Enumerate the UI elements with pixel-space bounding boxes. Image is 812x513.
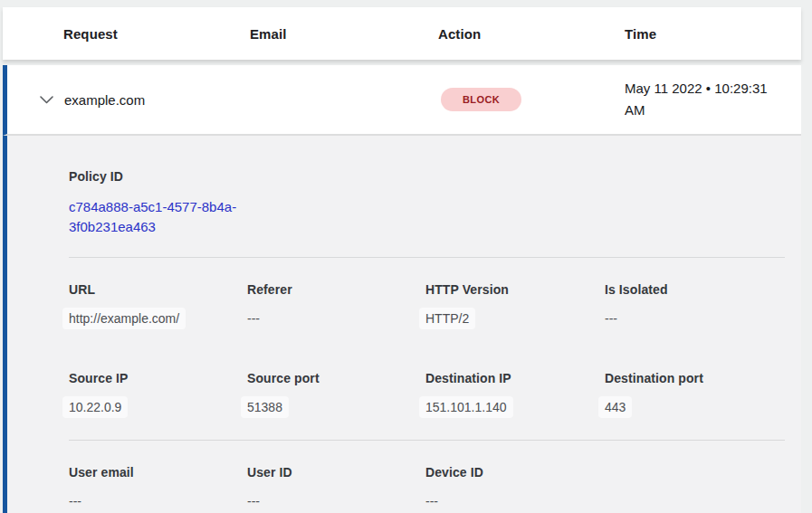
detail-field-row: URLhttp://example.com/Referer---HTTP Ver… bbox=[7, 258, 801, 329]
detail-field-value: 51388 bbox=[241, 396, 289, 418]
policy-id-field: Policy ID c784a888-a5c1-4577-8b4a-3f0b23… bbox=[7, 169, 801, 237]
detail-field-row: User email---User ID---Device ID--- bbox=[7, 441, 801, 509]
detail-group-http-network: URLhttp://example.com/Referer---HTTP Ver… bbox=[7, 258, 801, 418]
detail-field-label: Destination IP bbox=[425, 371, 605, 385]
gateway-logs-table: Request Email Action Time example.com BL… bbox=[3, 7, 801, 513]
detail-field-value: http://example.com/ bbox=[62, 308, 186, 329]
detail-field: Source IP10.22.0.9 bbox=[69, 371, 247, 418]
request-value: example.com bbox=[64, 92, 250, 108]
detail-field: Is Isolated--- bbox=[605, 282, 801, 327]
detail-field: Destination IP151.101.1.140 bbox=[425, 371, 605, 418]
table-header: Request Email Action Time bbox=[3, 7, 801, 60]
detail-field-label: Destination port bbox=[605, 371, 801, 385]
detail-field-label: Source IP bbox=[69, 371, 247, 385]
column-header-action: Action bbox=[438, 26, 625, 42]
detail-field-label: URL bbox=[69, 282, 247, 297]
chevron-down-icon[interactable] bbox=[39, 92, 53, 107]
detail-field-label: User ID bbox=[247, 465, 425, 480]
detail-field-label: Device ID bbox=[425, 465, 605, 480]
detail-field-label: Source port bbox=[247, 371, 425, 385]
detail-field-label: Is Isolated bbox=[605, 282, 801, 297]
row-details-panel: Policy ID c784a888-a5c1-4577-8b4a-3f0b23… bbox=[3, 136, 801, 513]
detail-field: User email--- bbox=[69, 465, 247, 509]
detail-field: Referer--- bbox=[247, 282, 425, 327]
policy-id-label: Policy ID bbox=[69, 169, 801, 184]
detail-field: URLhttp://example.com/ bbox=[69, 282, 247, 329]
detail-field-label: Referer bbox=[247, 282, 425, 297]
detail-field-value: --- bbox=[69, 494, 81, 508]
detail-field-label: HTTP Version bbox=[425, 282, 605, 297]
detail-field: HTTP VersionHTTP/2 bbox=[425, 282, 605, 329]
detail-field-value: 10.22.0.9 bbox=[62, 396, 128, 418]
detail-field-value: 151.101.1.140 bbox=[419, 396, 513, 418]
detail-field-value: HTTP/2 bbox=[419, 308, 475, 329]
action-cell: BLOCK bbox=[438, 88, 625, 111]
table-row[interactable]: example.com BLOCK May 11 2022 • 10:29:31… bbox=[3, 65, 801, 136]
detail-field-label: User email bbox=[69, 465, 247, 480]
detail-group-user: User email---User ID---Device ID--- bbox=[7, 441, 801, 509]
block-action-badge: BLOCK bbox=[441, 88, 521, 111]
column-header-email: Email bbox=[250, 26, 438, 42]
detail-field: Source port51388 bbox=[247, 371, 425, 418]
detail-field-value: --- bbox=[247, 311, 260, 326]
detail-field-value: --- bbox=[605, 311, 617, 326]
detail-field: Destination port443 bbox=[605, 371, 801, 418]
detail-field-value: --- bbox=[247, 494, 260, 508]
column-header-request: Request bbox=[39, 26, 250, 42]
detail-field: User ID--- bbox=[247, 465, 425, 509]
time-value: May 11 2022 • 10:29:31 AM bbox=[625, 78, 801, 121]
policy-id-link[interactable]: c784a888-a5c1-4577-8b4a-3f0b231ea463 bbox=[69, 197, 250, 237]
detail-field-row: Source IP10.22.0.9Source port51388Destin… bbox=[7, 329, 801, 418]
column-header-time: Time bbox=[625, 26, 801, 42]
detail-field: Device ID--- bbox=[425, 465, 605, 509]
detail-field-value: 443 bbox=[598, 396, 632, 418]
detail-field-value: --- bbox=[425, 494, 438, 508]
